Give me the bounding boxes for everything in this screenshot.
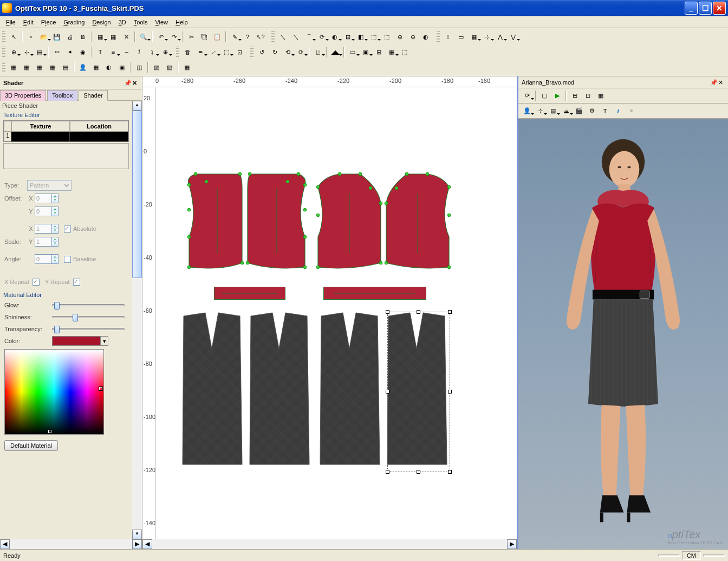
tool-icon[interactable]: ◧ [355,31,367,43]
redo-icon[interactable]: ↷ [168,31,180,43]
curve-tool-icon[interactable]: ⌒ [303,31,315,43]
grid-tool-icon[interactable]: ▦ [8,61,20,73]
tool-icon[interactable]: ▦ [386,46,398,58]
pen-tool-icon[interactable]: ✒ [194,46,206,58]
tool-icon[interactable]: ▤ [34,46,46,58]
baseline-check[interactable] [64,256,71,263]
texture-table[interactable]: Texture Location 1 [3,120,129,142]
tool-icon[interactable]: ◉ [77,46,89,58]
canvas-hscroll[interactable]: ◀▶ [142,539,517,549]
menu-piece[interactable]: Piece [37,18,60,27]
offset-y-input[interactable]: ▲▼ [35,207,58,216]
tool-icon[interactable]: ▣ [360,46,372,58]
color-swatch[interactable] [52,336,101,346]
line-tool-icon[interactable]: ＼ [277,31,289,43]
tool-icon[interactable]: ⤴ [133,46,145,58]
left-scrollbar[interactable]: ▲▼ [132,101,142,539]
pin-icon[interactable]: 📌 [710,79,717,86]
tool-icon[interactable]: ⊡ [233,46,245,58]
tool-icon[interactable]: ⊕ [394,31,406,43]
tool-icon[interactable]: ⬚ [399,46,411,58]
new-icon[interactable]: ▫ [25,31,37,43]
tool-icon[interactable]: ⊹ [481,31,493,43]
tool-icon[interactable]: ≡ [107,46,119,58]
pin-icon[interactable]: 📌 [124,80,131,86]
rotate-cw-icon[interactable]: ↻ [269,46,281,58]
absolute-check[interactable] [64,225,71,233]
copy-icon[interactable]: ⿻ [198,31,210,43]
menu-edit[interactable]: Edit [20,18,37,27]
tool-icon[interactable]: ⟲ [282,46,294,58]
tool-icon[interactable]: ⬚ [220,46,232,58]
tool-icon[interactable]: ▨ [151,61,162,73]
minimize-button[interactable]: _ [685,2,698,15]
pattern-piece[interactable] [323,287,426,300]
tool-icon[interactable]: ✎ [229,31,240,43]
pattern-piece[interactable] [185,172,309,280]
paste-icon[interactable]: 📋 [211,31,223,43]
selection-handles[interactable] [387,312,450,472]
model-tool-icon[interactable]: ⊞ [569,90,581,102]
axis-icon[interactable]: ⊹ [534,105,546,117]
close-button[interactable]: ✕ [713,2,726,15]
glow-slider[interactable] [52,304,125,306]
menu-help[interactable]: Help [172,18,192,27]
tool-icon[interactable]: ▭ [347,46,359,58]
print-icon[interactable]: 🖨 [64,31,76,43]
tool-icon[interactable]: ⟳ [295,46,307,58]
color-picker[interactable] [4,349,104,435]
tool-icon[interactable]: ⬚ [381,31,393,43]
refresh-model-icon[interactable]: ⟳ [521,90,533,102]
model-viewport[interactable]: OOptiTexptiTex Next Generation 2D|3D CAD [518,119,728,549]
offset-x-input[interactable]: ▲▼ [35,194,58,203]
scale-x-input[interactable]: ▲▼ [35,224,58,234]
tool-icon[interactable]: ⟟ [442,31,454,43]
zoom-icon[interactable]: 🔍 [138,31,150,43]
text-icon[interactable]: T [599,105,611,117]
whatsthis-icon[interactable]: ↖? [255,31,266,43]
model-tool-icon[interactable]: ▢ [538,90,550,102]
save-icon[interactable]: 💾 [51,31,63,43]
grid-tool-icon[interactable]: ▦ [34,61,46,73]
tool-icon[interactable]: ◐ [103,61,115,73]
tool-icon[interactable]: ⊹ [21,46,32,58]
default-material-button[interactable]: Default Material [4,440,58,451]
rotate-ccw-icon[interactable]: ↺ [256,46,268,58]
flip-h-icon[interactable]: ◢◣ [329,46,341,58]
tool-icon[interactable]: ⊕ [8,46,20,58]
line-tool-icon[interactable]: ＼ [290,31,302,43]
grid-tool-icon[interactable]: ▦ [47,61,58,73]
pane-close-icon[interactable]: ✕ [132,80,139,86]
tool-icon[interactable]: ⟳ [316,31,328,43]
tool-icon[interactable]: ▣ [116,61,128,73]
angle-input[interactable]: ▲▼ [35,254,58,264]
menu-design[interactable]: Design [88,18,114,27]
tool-icon[interactable]: ∽ [120,46,132,58]
tool-icon[interactable]: ✏ [51,46,63,58]
menu-grading[interactable]: Grading [60,18,88,27]
tool-icon[interactable]: ⍁ [312,46,324,58]
person-icon[interactable]: 👤 [521,105,533,117]
tool-icon[interactable]: ⊖ [407,31,419,43]
design-canvas[interactable] [155,87,517,539]
color-grid-icon[interactable]: ▦ [90,61,102,73]
person-icon[interactable]: 👤 [77,61,89,73]
color-dropdown-icon[interactable]: ▾ [101,336,108,346]
pattern-piece[interactable] [214,287,285,300]
transparency-slider[interactable] [52,328,125,330]
clapper-icon[interactable]: 🎬 [573,105,585,117]
tool-icon[interactable]: ▭ [455,31,467,43]
model-tool-icon[interactable]: ⊡ [582,90,594,102]
tool-icon[interactable]: ▦ [94,31,106,43]
left-hscroll[interactable]: ◀▶ [0,539,142,549]
tool-icon[interactable]: ▧ [164,61,176,73]
tool-icon[interactable]: ⟋ [207,46,219,58]
undo-icon[interactable]: ↶ [155,31,167,43]
tool-icon[interactable]: ◐ [329,31,341,43]
tab-shader[interactable]: Shader [79,90,107,101]
calc-icon[interactable]: ▤ [60,61,72,73]
maximize-button[interactable]: ☐ [699,2,712,15]
tool-icon[interactable]: ⊞ [373,46,385,58]
menu-view[interactable]: View [151,18,172,27]
tool-icon[interactable]: ▤ [547,105,559,117]
